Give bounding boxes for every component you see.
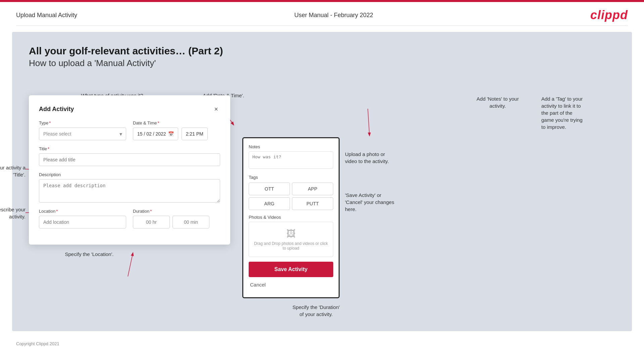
tag-putt[interactable]: PUTT [292, 197, 333, 210]
header-left: Upload Manual Activity [16, 12, 77, 19]
phone-panel: Notes Tags OTT APP ARG PUTT Photos & Vid… [242, 137, 340, 298]
logo: clippd [590, 8, 628, 22]
datetime-label: Date & Time* [133, 120, 220, 125]
modal-header: Add Activity × [39, 105, 220, 114]
annotation-location: Specify the 'Location'. [49, 251, 130, 258]
modal-close-button[interactable]: × [212, 105, 220, 114]
title-group: Title* [39, 146, 220, 166]
location-group: Location* [39, 209, 126, 228]
type-select[interactable]: Please select [39, 127, 126, 140]
annotation-tags: Add a 'Tag' to youractivity to link it t… [541, 95, 615, 131]
photos-label: Photos & Videos [249, 215, 333, 220]
duration-label: Duration* [133, 209, 220, 214]
datetime-group: Date & Time* 15 / 02 / 2022 📅 2:21 PM [133, 120, 220, 140]
duration-min-input[interactable] [172, 216, 209, 228]
date-value: 15 / 02 / 2022 [137, 131, 166, 137]
footer: Copyright Clippd 2021 [0, 337, 644, 350]
right-spacer [242, 95, 464, 131]
tag-app[interactable]: APP [292, 183, 333, 195]
photo-icon: 🖼 [286, 228, 296, 239]
header: Upload Manual Activity User Manual - Feb… [0, 2, 644, 25]
type-label: Type* [39, 120, 126, 125]
header-center: User Manual - February 2022 [294, 12, 373, 19]
title-label: Title* [39, 146, 220, 151]
time-input[interactable]: 2:21 PM [182, 127, 208, 140]
annotation-description: Describe youractivity. [0, 206, 26, 220]
right-area: Add 'Notes' to youractivity. Add a 'Tag'… [242, 95, 615, 318]
calendar-icon: 📅 [168, 131, 174, 137]
type-select-wrapper[interactable]: Please select [39, 127, 126, 140]
annotation-save-cancel: 'Save Activity' or'Cancel' your changesh… [345, 192, 419, 213]
duration-group: Duration* [133, 209, 220, 228]
modal-title: Add Activity [39, 106, 74, 113]
annotation-duration: Specify the 'Duration'of your activity. [269, 304, 363, 318]
save-activity-button[interactable]: Save Activity [249, 262, 333, 277]
add-activity-modal: Add Activity × Type* Please select [29, 95, 230, 245]
annotation-notes: Add 'Notes' to youractivity. [464, 95, 531, 131]
annotation-title: Give your activity a'Title'. [0, 164, 26, 178]
photos-hint: Drag and Drop photos and videos or click… [252, 241, 330, 251]
photos-dropzone[interactable]: 🖼 Drag and Drop photos and videos or cli… [249, 222, 333, 257]
cancel-button[interactable]: Cancel [249, 280, 267, 289]
tag-ott[interactable]: OTT [249, 183, 290, 195]
right-annotations: Upload a photo orvideo to the activity. … [345, 137, 419, 213]
notes-textarea[interactable] [249, 151, 333, 169]
location-label: Location* [39, 209, 126, 214]
description-label: Description [39, 172, 220, 177]
date-time-inputs: 15 / 02 / 2022 📅 2:21 PM [133, 127, 220, 140]
page-subtitle: How to upload a 'Manual Activity' [29, 58, 615, 68]
right-top: Add 'Notes' to youractivity. Add a 'Tag'… [242, 95, 615, 131]
duration-hr-input[interactable] [133, 216, 170, 228]
dialog-wrapper: Add Activity × Type* Please select [29, 95, 237, 258]
main-content: All your golf-relevant activities… (Part… [12, 32, 632, 331]
type-datetime-row: Type* Please select Date & Time* [39, 120, 220, 140]
type-group: Type* Please select [39, 120, 126, 140]
title-input[interactable] [39, 153, 220, 166]
annotation-photos: Upload a photo orvideo to the activity. [345, 151, 412, 165]
tags-grid: OTT APP ARG PUTT [249, 183, 333, 210]
page-title: All your golf-relevant activities… (Part… [29, 45, 615, 57]
copyright: Copyright Clippd 2021 [16, 341, 59, 346]
location-duration-row: Location* Duration* [39, 209, 220, 228]
date-input[interactable]: 15 / 02 / 2022 📅 [133, 127, 178, 140]
tag-arg[interactable]: ARG [249, 197, 290, 210]
description-textarea[interactable] [39, 179, 220, 203]
duration-inputs [133, 216, 220, 228]
notes-label: Notes [249, 144, 333, 149]
phone-and-extra: Notes Tags OTT APP ARG PUTT Photos & Vid… [242, 137, 419, 298]
location-input[interactable] [39, 216, 126, 228]
time-value: 2:21 PM [186, 131, 203, 137]
header-divider [16, 25, 628, 26]
description-group: Description [39, 172, 220, 203]
tags-label: Tags [249, 175, 333, 180]
